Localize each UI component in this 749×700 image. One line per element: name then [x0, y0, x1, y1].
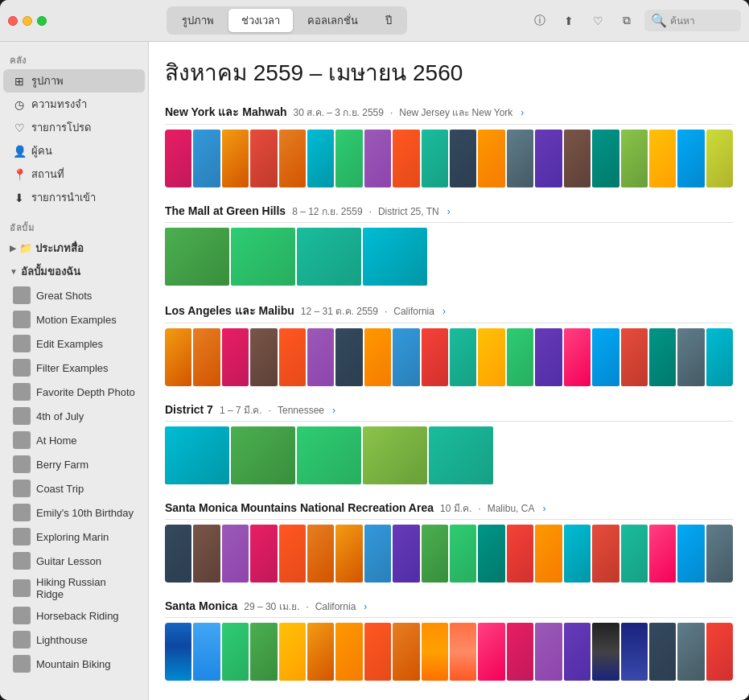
photo-thumb[interactable]	[649, 623, 676, 681]
close-button[interactable]	[8, 16, 18, 26]
photo-thumb[interactable]	[250, 525, 277, 583]
share-button[interactable]: ⬆	[558, 10, 580, 32]
photo-thumb[interactable]	[231, 426, 295, 484]
photo-strip-la[interactable]	[165, 328, 733, 386]
photo-thumb[interactable]	[335, 328, 362, 386]
photo-thumb[interactable]	[677, 525, 704, 583]
photo-strip-sm[interactable]	[165, 623, 733, 681]
photo-thumb[interactable]	[279, 623, 306, 681]
photo-thumb[interactable]	[297, 426, 361, 484]
sidebar-item-marin[interactable]: Exploring Marin	[3, 525, 145, 549]
section-more-ny[interactable]: ›	[521, 107, 524, 118]
photo-thumb[interactable]	[422, 130, 448, 187]
photo-thumb[interactable]	[422, 623, 448, 681]
photo-thumb[interactable]	[592, 328, 619, 386]
sidebar-item-great-shots[interactable]: Great Shots	[3, 283, 145, 307]
slideshow-button[interactable]: ⧉	[615, 10, 638, 32]
photo-thumb[interactable]	[621, 328, 648, 386]
maximize-button[interactable]	[37, 16, 47, 26]
sidebar-item-july[interactable]: 4th of July	[3, 404, 145, 428]
section-more-sm[interactable]: ›	[364, 601, 367, 612]
photo-thumb[interactable]	[507, 130, 533, 187]
photo-thumb[interactable]	[393, 328, 419, 386]
sidebar-item-fav-depth[interactable]: Favorite Depth Photo	[3, 380, 145, 404]
photo-thumb[interactable]	[422, 328, 448, 386]
sidebar-item-horseback[interactable]: Horseback Riding	[3, 603, 145, 628]
photo-thumb[interactable]	[592, 130, 619, 187]
sidebar-item-imports[interactable]: ⬇ รายการนำเข้า	[3, 186, 145, 209]
tab-years[interactable]: ปี	[372, 9, 405, 32]
photo-thumb[interactable]	[478, 623, 504, 681]
photo-thumb[interactable]	[450, 328, 476, 386]
sidebar-item-mountain[interactable]: Mountain Biking	[3, 652, 145, 676]
photo-thumb[interactable]	[193, 130, 220, 187]
photo-thumb[interactable]	[364, 328, 391, 386]
photo-thumb[interactable]	[165, 228, 229, 286]
photo-thumb[interactable]	[297, 228, 361, 286]
photo-thumb[interactable]	[478, 130, 504, 187]
sidebar-item-edit[interactable]: Edit Examples	[3, 331, 145, 356]
photo-strip-smm[interactable]	[165, 525, 733, 583]
photo-thumb[interactable]	[564, 525, 591, 583]
sidebar-item-emily[interactable]: Emily's 10th Birthday	[3, 500, 145, 525]
photo-thumb[interactable]	[564, 130, 591, 187]
photo-thumb[interactable]	[592, 525, 619, 583]
photo-thumb[interactable]	[222, 328, 249, 386]
photo-thumb[interactable]	[193, 328, 220, 386]
section-more-la[interactable]: ›	[442, 306, 446, 317]
sidebar-item-places[interactable]: 📍 สถานที่	[3, 163, 145, 186]
sidebar-item-at-home[interactable]: At Home	[3, 428, 145, 452]
photo-thumb[interactable]	[165, 130, 191, 187]
photo-thumb[interactable]	[307, 328, 334, 386]
sidebar-item-coast[interactable]: Coast Trip	[3, 476, 145, 500]
photo-thumb[interactable]	[165, 426, 229, 484]
search-input[interactable]	[670, 15, 735, 27]
photo-strip-ny[interactable]	[165, 130, 733, 187]
photo-thumb[interactable]	[250, 623, 277, 681]
photo-thumb[interactable]	[429, 426, 493, 484]
sidebar-item-filter[interactable]: Filter Examples	[3, 356, 145, 380]
photo-thumb[interactable]	[621, 130, 648, 187]
photo-thumb[interactable]	[450, 623, 476, 681]
photo-thumb[interactable]	[393, 623, 419, 681]
photo-thumb[interactable]	[706, 525, 733, 583]
photo-thumb[interactable]	[507, 328, 533, 386]
photo-thumb[interactable]	[393, 525, 419, 583]
photo-thumb[interactable]	[222, 623, 249, 681]
sidebar-item-motion[interactable]: Motion Examples	[3, 307, 145, 331]
tab-collections[interactable]: คอลเลกชั่น	[294, 9, 371, 32]
photo-thumb[interactable]	[250, 130, 277, 187]
photo-thumb[interactable]	[535, 525, 562, 583]
photo-thumb[interactable]	[364, 130, 391, 187]
photo-thumb[interactable]	[706, 130, 733, 187]
photo-thumb[interactable]	[165, 328, 191, 386]
photo-thumb[interactable]	[307, 525, 334, 583]
photo-thumb[interactable]	[450, 525, 476, 583]
minimize-button[interactable]	[23, 16, 32, 26]
info-button[interactable]: ⓘ	[529, 10, 551, 32]
photo-thumb[interactable]	[706, 623, 733, 681]
photo-thumb[interactable]	[307, 623, 334, 681]
sidebar-item-lighthouse[interactable]: Lighthouse	[3, 628, 145, 652]
photo-thumb[interactable]	[621, 623, 648, 681]
sidebar-item-photos[interactable]: ⊞ รูปภาพ	[3, 69, 145, 93]
photo-strip-mall[interactable]	[165, 228, 733, 286]
photo-thumb[interactable]	[363, 426, 427, 484]
photo-thumb[interactable]	[706, 328, 733, 386]
photo-thumb[interactable]	[279, 328, 306, 386]
photo-thumb[interactable]	[165, 623, 191, 681]
photo-thumb[interactable]	[535, 328, 562, 386]
photo-thumb[interactable]	[450, 130, 476, 187]
photo-thumb[interactable]	[193, 623, 220, 681]
photo-thumb[interactable]	[231, 228, 295, 286]
photo-thumb[interactable]	[649, 130, 676, 187]
sidebar-item-favorites[interactable]: ♡ รายการโปรด	[3, 116, 145, 139]
photo-thumb[interactable]	[250, 328, 277, 386]
photo-thumb[interactable]	[364, 525, 391, 583]
photo-thumb[interactable]	[222, 525, 249, 583]
photo-thumb[interactable]	[621, 525, 648, 583]
photo-thumb[interactable]	[649, 328, 676, 386]
photo-thumb[interactable]	[393, 130, 419, 187]
photo-thumb[interactable]	[535, 623, 562, 681]
photo-thumb[interactable]	[335, 525, 362, 583]
